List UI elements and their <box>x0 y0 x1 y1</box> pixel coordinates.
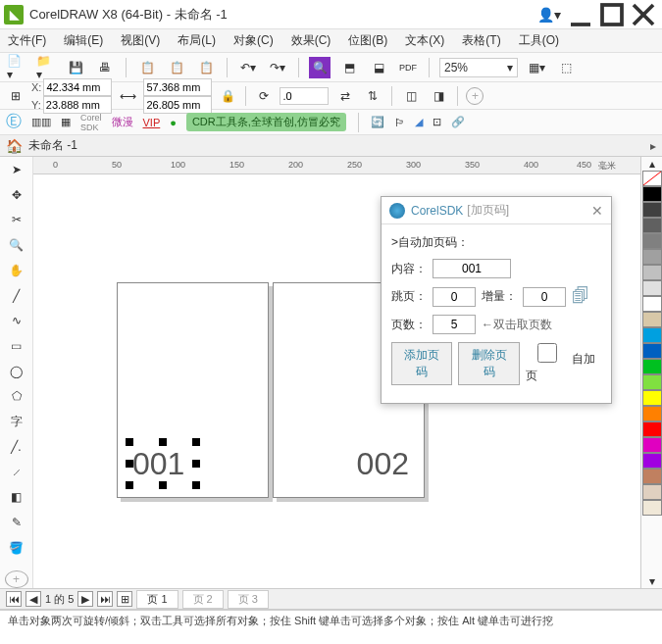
menu-file[interactable]: 文件(F) <box>8 32 46 49</box>
eyedropper-tool[interactable]: ✎ <box>5 514 28 531</box>
sel-handle[interactable] <box>192 438 200 446</box>
color-swatch[interactable] <box>642 249 662 265</box>
shape-tool[interactable]: ✥ <box>5 186 28 204</box>
zoom-combo[interactable]: 25%▾ <box>439 58 518 77</box>
target-icon[interactable]: ⊡ <box>433 116 441 128</box>
menu-effect[interactable]: 效果(C) <box>291 32 331 49</box>
copy-icon[interactable]: 📋 <box>136 57 158 78</box>
dialog-close-icon[interactable]: ✕ <box>591 203 603 219</box>
color-swatch[interactable] <box>642 469 662 484</box>
skip-input[interactable] <box>433 287 476 307</box>
width-input[interactable] <box>143 78 212 96</box>
mirror-v-icon[interactable]: ⇅ <box>362 85 383 107</box>
menu-tools[interactable]: 工具(O) <box>519 32 559 49</box>
redo-icon[interactable]: ↷▾ <box>267 57 288 78</box>
menu-view[interactable]: 视图(V) <box>121 32 160 49</box>
menu-table[interactable]: 表格(T) <box>462 32 500 49</box>
fill-tool[interactable]: 🪣 <box>5 539 28 557</box>
order-icon[interactable]: ◨ <box>428 85 449 107</box>
sel-handle[interactable] <box>159 481 167 489</box>
color-swatch[interactable] <box>642 374 662 390</box>
page-tab-2[interactable]: 页 2 <box>182 590 224 609</box>
paste-icon[interactable]: 📋 <box>166 57 187 78</box>
delete-pagenum-button[interactable]: 删除页码 <box>458 342 519 385</box>
plugin-logo-icon[interactable]: Ⓔ <box>6 112 22 132</box>
print-icon[interactable]: 🖶 <box>94 57 116 78</box>
height-input[interactable] <box>143 96 212 114</box>
page-card-1[interactable]: 001 <box>117 282 269 498</box>
lock-icon[interactable]: 🔒 <box>218 86 237 106</box>
color-swatch[interactable] <box>642 327 662 343</box>
close-button[interactable] <box>629 3 658 26</box>
x-input[interactable] <box>43 78 112 96</box>
text-tool[interactable]: 字 <box>5 413 28 430</box>
vip-label[interactable]: VIP <box>143 117 161 128</box>
zoom-tool[interactable]: 🔍 <box>5 236 28 254</box>
palette-up-icon[interactable]: ▴ <box>641 157 662 171</box>
docbar-right-icon[interactable]: ▸ <box>650 139 656 153</box>
add-pagenum-button[interactable]: 添加页码 <box>391 342 452 385</box>
color-swatch[interactable] <box>642 296 662 312</box>
minimize-button[interactable] <box>566 3 595 26</box>
corel-sdk-label[interactable]: CorelSDK <box>80 113 102 132</box>
pick-tool[interactable]: ➤ <box>5 161 28 178</box>
count-input[interactable] <box>433 315 476 334</box>
dimension-tool[interactable]: ╱. <box>5 438 28 456</box>
menu-edit[interactable]: 编辑(E) <box>64 32 103 49</box>
toolbox-add[interactable]: + <box>5 570 28 588</box>
user-icon[interactable]: 👤▾ <box>535 3 564 26</box>
color-swatch[interactable] <box>642 218 662 233</box>
color-swatch[interactable] <box>642 453 662 469</box>
save-icon[interactable]: 💾 <box>65 57 86 78</box>
menu-layout[interactable]: 布局(L) <box>178 32 216 49</box>
page-next-icon[interactable]: ▶ <box>77 591 93 607</box>
import-icon[interactable]: ⬒ <box>338 57 360 78</box>
pan-tool[interactable]: ✋ <box>5 262 28 279</box>
maximize-button[interactable] <box>597 3 627 26</box>
search-icon[interactable]: 🔍 <box>309 57 331 78</box>
link-icon[interactable]: 🔗 <box>451 116 465 128</box>
add-icon[interactable]: + <box>466 87 484 105</box>
clipboard-icon[interactable]: 📋 <box>195 57 217 78</box>
new-icon[interactable]: 📄▾ <box>6 57 27 78</box>
ellipse-tool[interactable]: ◯ <box>5 363 28 380</box>
page-last-icon[interactable]: ⏭ <box>97 591 113 607</box>
snap-icon[interactable]: ▦▾ <box>526 57 547 78</box>
color-swatch[interactable] <box>642 265 662 280</box>
inc-input[interactable] <box>523 287 566 307</box>
color-swatch[interactable] <box>642 202 662 218</box>
sel-handle[interactable] <box>192 481 200 489</box>
page-tab-1[interactable]: 页 1 <box>136 590 178 609</box>
color-swatch[interactable] <box>642 186 662 202</box>
sel-handle[interactable] <box>126 481 133 489</box>
color-swatch[interactable] <box>642 437 662 453</box>
open-icon[interactable]: 📁▾ <box>35 57 57 78</box>
color-swatch[interactable] <box>642 484 662 500</box>
freehand-tool[interactable]: ╱ <box>5 287 28 305</box>
rotate-plugin-icon[interactable]: 🔄 <box>371 116 384 128</box>
y-input[interactable] <box>43 96 112 114</box>
blue-tri-icon[interactable]: ◢ <box>415 116 423 128</box>
export-icon[interactable]: ⬓ <box>368 57 389 78</box>
color-swatch[interactable] <box>642 421 662 437</box>
color-swatch[interactable] <box>642 280 662 296</box>
color-swatch[interactable] <box>642 312 662 327</box>
rectangle-tool[interactable]: ▭ <box>5 337 28 355</box>
home-icon[interactable]: 🏠 <box>6 138 23 154</box>
page-first-icon[interactable]: ⏮ <box>6 591 22 607</box>
connector-tool[interactable]: ⟋ <box>5 464 28 481</box>
color-swatch[interactable] <box>642 233 662 249</box>
color-swatch[interactable] <box>642 500 662 516</box>
flag-icon[interactable]: 🏳 <box>394 117 405 128</box>
qr-icon[interactable]: ▦ <box>61 116 71 128</box>
pdf-icon[interactable]: PDF <box>397 57 419 78</box>
page-number-1[interactable]: 001 <box>132 446 184 482</box>
menu-text[interactable]: 文本(X) <box>405 32 444 49</box>
page-add-icon[interactable]: ⊞ <box>117 591 132 607</box>
page-prev-icon[interactable]: ◀ <box>25 591 41 607</box>
menu-object[interactable]: 对象(C) <box>233 32 274 49</box>
polygon-tool[interactable]: ⬠ <box>5 388 28 406</box>
color-swatch[interactable] <box>642 359 662 374</box>
page-tab-3[interactable]: 页 3 <box>228 590 269 609</box>
color-swatch[interactable] <box>642 406 662 421</box>
